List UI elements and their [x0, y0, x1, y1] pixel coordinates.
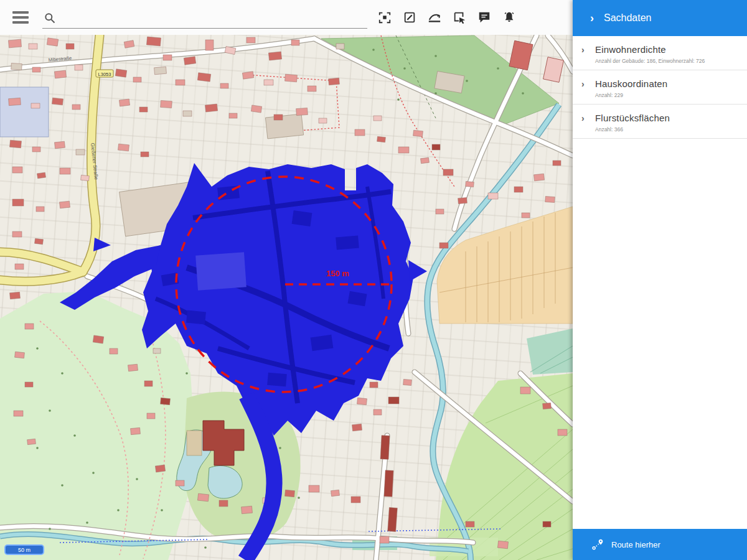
select-area-button[interactable] — [452, 10, 467, 25]
select-cursor-icon — [453, 11, 466, 24]
sidebar-item-einwohnerdichte[interactable]: › Einwohnerdichte Anzahl der Gebäude: 18… — [573, 36, 747, 70]
chevron-right-icon: › — [581, 113, 595, 133]
menu-icon — [12, 11, 29, 14]
chevron-right-icon: › — [590, 12, 594, 25]
road-number-badge: L3053 — [96, 70, 113, 77]
center-focus-icon — [378, 11, 392, 24]
menu-button[interactable] — [12, 11, 29, 24]
section-title: Hauskoordinaten — [595, 78, 738, 89]
route-icon — [591, 538, 604, 551]
search-input[interactable] — [60, 11, 367, 28]
edit-square-icon — [403, 11, 416, 24]
svg-text:L3053: L3053 — [98, 72, 111, 77]
sidebar-panel: › Sachdaten › Einwohnerdichte Anzahl der… — [573, 0, 747, 560]
search-bar — [42, 7, 367, 29]
center-map-button[interactable] — [377, 10, 392, 25]
section-title: Einwohnerdichte — [595, 44, 738, 55]
sidebar-header[interactable]: › Sachdaten — [573, 0, 747, 36]
sports-field — [195, 252, 247, 290]
search-icon — [44, 12, 56, 24]
sidebar-item-flurstuecksflaechen[interactable]: › Flurstücksflächen Anzahl: 366 — [573, 105, 747, 139]
radius-label: 150 m — [326, 269, 349, 278]
bell-icon — [502, 11, 516, 24]
section-subtitle: Anzahl der Gebäude: 186, Einwohnerzahl: … — [595, 58, 738, 64]
route-here-label: Route hierher — [611, 540, 660, 549]
notifications-button[interactable] — [502, 10, 517, 25]
edit-button[interactable] — [402, 10, 417, 25]
measure-distance-icon — [427, 11, 442, 24]
measure-button[interactable] — [427, 10, 442, 25]
top-toolbar — [0, 0, 573, 35]
chevron-right-icon: › — [581, 78, 595, 98]
scale-bar: 50 m — [5, 545, 44, 554]
comments-button[interactable] — [477, 10, 492, 25]
section-subtitle: Anzahl: 366 — [595, 126, 738, 133]
chevron-right-icon: › — [581, 44, 595, 64]
svg-text:50 m: 50 m — [18, 547, 31, 553]
toolbar-icons — [377, 10, 517, 25]
map-svg: 150 m Mibestraße Gießener Straße L3053 5… — [0, 0, 573, 560]
sidebar-item-hauskoordinaten[interactable]: › Hauskoordinaten Anzahl: 229 — [573, 70, 747, 105]
comment-icon — [477, 11, 491, 24]
map-canvas[interactable]: 150 m Mibestraße Gießener Straße L3053 5… — [0, 0, 573, 560]
sidebar-title: Sachdaten — [604, 12, 652, 24]
sidebar-body: › Einwohnerdichte Anzahl der Gebäude: 18… — [573, 36, 747, 529]
route-here-button[interactable]: Route hierher — [573, 529, 747, 560]
section-title: Flurstücksflächen — [595, 113, 738, 123]
section-subtitle: Anzahl: 229 — [595, 92, 738, 98]
